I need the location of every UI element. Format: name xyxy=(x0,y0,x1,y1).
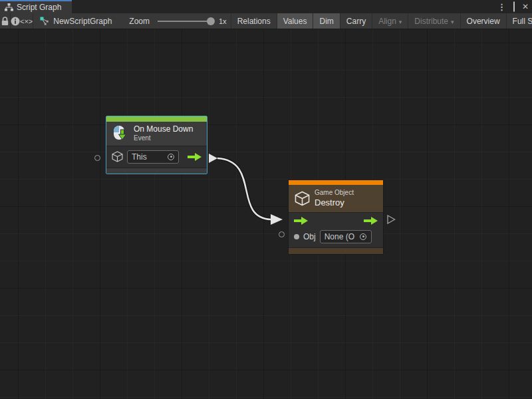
info-button[interactable] xyxy=(11,13,20,29)
port-target-input[interactable] xyxy=(94,155,100,161)
script-graph-asset-icon xyxy=(40,17,49,26)
lock-icon xyxy=(0,16,10,27)
param-label: Obj xyxy=(303,232,316,241)
object-value: None (O xyxy=(325,232,354,241)
gameobject-cube-icon xyxy=(295,191,310,206)
code-preview-button[interactable]: <×> xyxy=(20,13,33,29)
chevron-down-icon: ▾ xyxy=(399,19,402,25)
flow-arrow-icon[interactable] xyxy=(188,153,201,161)
mouse-down-event-icon xyxy=(112,124,129,142)
flow-arrow-icon[interactable] xyxy=(364,217,378,225)
align-dropdown[interactable]: Align ▾ xyxy=(372,13,408,29)
flow-arrow-icon[interactable] xyxy=(294,217,308,225)
zoom-value: 1x xyxy=(219,17,227,25)
node-footer xyxy=(289,247,383,254)
node-footer xyxy=(106,168,207,174)
graph-breadcrumb[interactable]: NewScriptGraph xyxy=(33,13,120,29)
node-destroy[interactable]: Game Object Destroy xyxy=(288,180,384,255)
node-body: Obj None (O xyxy=(289,212,383,247)
zoom-slider-handle[interactable] xyxy=(207,17,215,25)
object-picker-icon[interactable] xyxy=(168,154,174,160)
window-controls: ⋮ ✕ xyxy=(497,0,529,13)
node-header: Game Object Destroy xyxy=(289,185,383,212)
node-accent-bar xyxy=(289,180,383,185)
node-title: On Mouse Down xyxy=(134,124,193,134)
port-obj-input[interactable] xyxy=(279,231,285,237)
maximize-icon[interactable] xyxy=(513,3,515,11)
fullscreen-button[interactable]: Full S xyxy=(507,13,532,29)
dim-button[interactable]: Dim xyxy=(313,13,339,29)
kebab-menu-icon[interactable]: ⋮ xyxy=(497,3,506,11)
graph-name-label: NewScriptGraph xyxy=(53,17,112,26)
connection-wire[interactable] xyxy=(0,29,532,399)
tab-title: Script Graph xyxy=(17,3,61,12)
code-icon: <×> xyxy=(20,17,33,25)
gameobject-cube-icon xyxy=(112,151,123,162)
node-subtitle: Event xyxy=(134,134,193,143)
tab-bar: Script Graph ⋮ ✕ xyxy=(0,0,532,13)
zoom-control: Zoom 1x xyxy=(129,13,226,29)
object-picker-icon[interactable] xyxy=(360,233,366,240)
relations-button[interactable]: Relations xyxy=(231,13,277,29)
zoom-slider[interactable] xyxy=(158,21,211,22)
node-category: Game Object xyxy=(315,189,354,198)
distribute-dropdown[interactable]: Distribute ▾ xyxy=(408,13,460,29)
object-value-field[interactable]: None (O xyxy=(320,230,372,243)
values-button[interactable]: Values xyxy=(277,13,313,29)
overview-button[interactable]: Overview xyxy=(461,13,506,29)
graph-canvas[interactable]: On Mouse Down Event This xyxy=(0,29,532,399)
graph-hierarchy-icon xyxy=(5,3,13,11)
port-flow-output[interactable] xyxy=(387,215,396,224)
info-icon xyxy=(11,17,20,26)
tab-script-graph[interactable]: Script Graph xyxy=(0,0,72,13)
node-accent-bar xyxy=(106,116,207,122)
target-value: This xyxy=(132,152,147,162)
zoom-label: Zoom xyxy=(129,17,150,26)
port-trigger-output[interactable] xyxy=(209,154,218,163)
chevron-down-icon: ▾ xyxy=(451,19,454,25)
close-icon[interactable]: ✕ xyxy=(522,3,529,11)
graph-toolbar: <×> NewScriptGraph Zoom 1x Relations Val… xyxy=(0,13,532,29)
script-graph-window: Script Graph ⋮ ✕ <×> xyxy=(0,0,532,399)
node-title: Destroy xyxy=(315,198,354,208)
wire-arrowhead-icon xyxy=(271,214,283,225)
node-header: On Mouse Down Event xyxy=(106,122,207,146)
target-value-field[interactable]: This xyxy=(127,150,179,164)
value-port-dot-icon xyxy=(294,234,299,239)
node-body: This xyxy=(106,146,207,168)
node-on-mouse-down[interactable]: On Mouse Down Event This xyxy=(106,116,207,174)
lock-button[interactable] xyxy=(0,13,10,29)
carry-button[interactable]: Carry xyxy=(340,13,372,29)
